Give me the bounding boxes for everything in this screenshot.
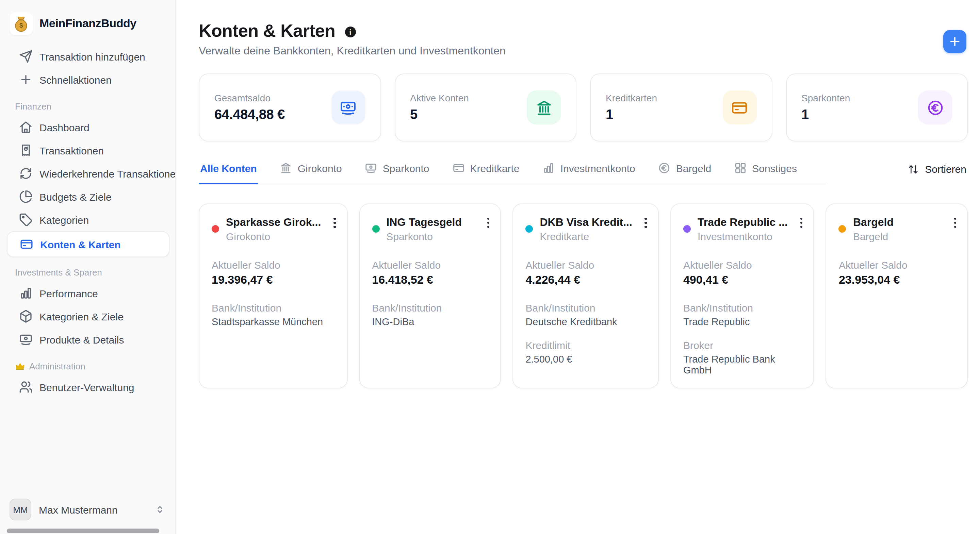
sidebar-item-transaktionen[interactable]: Transaktionen [7,139,169,162]
sidebar-item-wiederkehrende-transaktionen[interactable]: Wiederkehrende Transaktionen [7,162,169,185]
grid-icon [734,162,746,174]
credit-limit-label: Kreditlimit [525,339,646,351]
balance-label: Aktueller Saldo [839,259,955,270]
account-type: Kreditkarte [540,230,632,242]
account-name: ING Tagesgeld [386,216,462,228]
bank-label: Bank/Institution [212,302,334,313]
sidebar-section-finanzen: Finanzen [0,98,175,114]
balance-label: Aktueller Saldo [212,259,334,270]
summary-card-kreditkarten: Kreditkarten 1 [590,73,772,141]
sidebar-item-budgets-ziele[interactable]: Budgets & Ziele [7,185,169,208]
sidebar-item-label: Budgets & Ziele [40,191,111,202]
credit-limit-value: 2.500,00 € [525,353,646,364]
balance-label: Aktueller Saldo [683,259,801,270]
sidebar-nav: Transaktion hinzufügen Schnellaktionen F… [0,45,175,399]
credit-card-icon [722,91,756,124]
sidebar-item-dashboard[interactable]: Dashboard [7,116,169,139]
crown-icon [15,361,25,371]
sidebar-item-kategorien[interactable]: Kategorien [7,208,169,231]
balance-label: Aktueller Saldo [525,259,646,270]
tab-sparkonto[interactable]: Sparkonto [364,159,431,184]
sort-button[interactable]: Sortieren [907,159,968,179]
cube-icon [19,310,33,323]
sidebar-item-transaktion-hinzufuegen[interactable]: Transaktion hinzufügen [7,45,169,68]
kebab-menu-icon[interactable] [642,215,650,230]
sidebar-item-label: Transaktion hinzufügen [40,51,145,62]
sidebar-item-benutzer-verwaltung[interactable]: Benutzer-Verwaltung [7,375,169,399]
sidebar-section-investments-sparen: Investments & Sparen [0,264,175,280]
sidebar-item-performance[interactable]: Performance [7,281,169,305]
banknote-icon [365,162,377,174]
account-card-sparkasse-girokonto[interactable]: Sparkasse Girok... Girokonto Aktueller S… [199,203,347,388]
euro-circle-icon [918,91,952,124]
account-name: DKB Visa Kredit... [540,216,632,228]
account-type: Girokonto [226,230,321,242]
home-icon [19,121,33,134]
tab-bargeld[interactable]: Bargeld [657,159,713,184]
app-name: MeinFinanzBuddy [40,17,137,30]
tab-girokonto[interactable]: Girokonto [279,159,343,184]
account-color-dot [212,225,219,233]
summary-card-gesamtsaldo: Gesamtsaldo 64.484,88 € [199,73,381,141]
kebab-menu-icon[interactable] [331,215,339,230]
app-root: $ MeinFinanzBuddy Transaktion hinzufügen… [0,0,980,534]
balance-value: 16.418,52 € [372,273,488,287]
broker-label: Broker [683,339,801,351]
account-color-dot [683,225,691,233]
account-card-dkb-visa[interactable]: DKB Visa Kredit... Kreditkarte Aktueller… [512,203,659,388]
page-subtitle: Verwalte deine Bankkonten, Kreditkarten … [199,45,968,57]
account-name: Trade Republic ... [698,216,788,228]
users-icon [19,380,33,394]
chevrons-up-down-icon [154,504,165,515]
kebab-menu-icon[interactable] [951,215,959,230]
main-content: Konten & Karten i Verwalte deine Bankkon… [176,0,980,534]
sidebar-item-schnellaktionen[interactable]: Schnellaktionen [7,68,169,91]
credit-card-icon [20,237,33,251]
user-menu[interactable]: MM Max Mustermann [0,499,175,520]
stat-value: 1 [606,107,657,122]
bank-label: Bank/Institution [683,302,801,313]
sidebar-section-administration: Administration [0,358,175,374]
tab-alle-konten[interactable]: Alle Konten [199,159,258,184]
banknote-icon [19,333,33,346]
account-color-dot [839,225,846,233]
pie-chart-icon [19,190,33,203]
app-logo: $ MeinFinanzBuddy [0,11,175,37]
sidebar-item-produkte-details[interactable]: Produkte & Details [7,328,169,351]
account-color-dot [372,225,379,233]
account-color-dot [525,225,533,233]
plus-icon [19,73,33,86]
account-name: Bargeld [853,216,894,228]
account-card-bargeld[interactable]: Bargeld Bargeld Aktueller Saldo 23.953,0… [826,203,968,388]
plus-icon [948,35,962,48]
summary-cards: Gesamtsaldo 64.484,88 € Aktive Konten 5 [199,73,968,141]
sidebar-item-konten-karten[interactable]: Konten & Karten [7,231,169,257]
horizontal-scrollbar[interactable] [7,529,159,533]
sidebar-item-kategorien-ziele[interactable]: Kategorien & Ziele [7,305,169,328]
info-icon[interactable]: i [345,26,356,37]
account-card-trade-republic[interactable]: Trade Republic ... Investmentkonto Aktue… [670,203,814,388]
stat-value: 1 [801,107,850,122]
account-type: Sparkonto [386,230,462,242]
add-account-button[interactable] [943,30,966,53]
bank-value: ING-DiBa [372,316,488,327]
balance-label: Aktueller Saldo [372,259,488,270]
stat-value: 5 [410,107,469,122]
kebab-menu-icon[interactable] [484,215,492,230]
balance-value: 23.953,04 € [839,273,955,287]
arrow-up-down-icon [908,164,919,175]
balance-value: 4.226,44 € [525,273,646,287]
tab-kreditkarte[interactable]: Kreditkarte [451,159,521,184]
banknote-icon [331,91,365,124]
sidebar-item-label: Kategorien & Ziele [40,310,124,322]
send-icon [19,50,33,63]
stat-value: 64.484,88 € [215,107,285,122]
tab-sonstiges[interactable]: Sonstiges [733,159,798,184]
svg-text:$: $ [19,22,23,29]
stat-label: Gesamtsaldo [215,92,285,103]
stat-label: Kreditkarten [606,92,657,103]
tab-investmentkonto[interactable]: Investmentkonto [541,159,637,184]
balance-value: 490,41 € [683,273,801,287]
account-card-ing-tagesgeld[interactable]: ING Tagesgeld Sparkonto Aktueller Saldo … [359,203,501,388]
kebab-menu-icon[interactable] [798,215,805,230]
